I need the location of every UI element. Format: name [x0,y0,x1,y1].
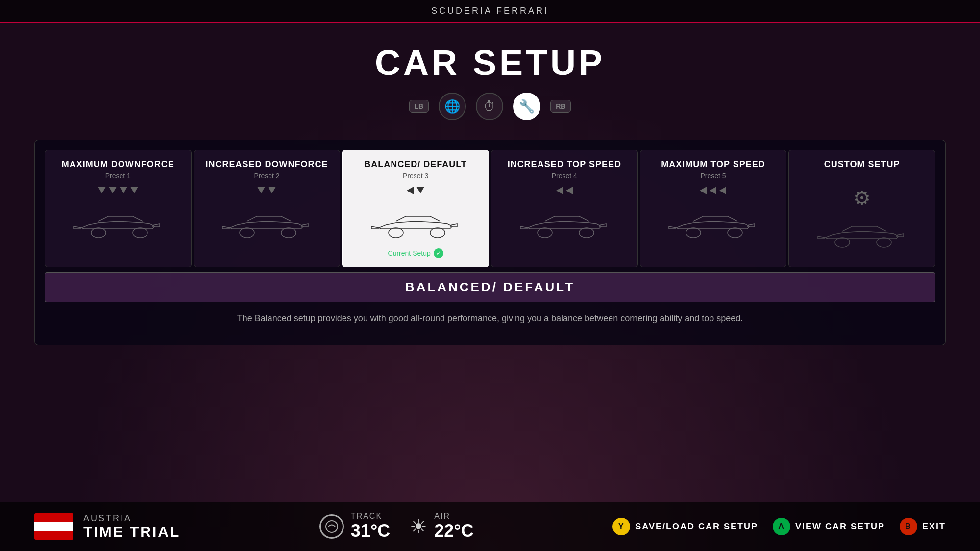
preset-4-name: INCREASED TOP SPEED [497,159,632,170]
nav-icons: LB 🌐 ⏱ 🔧 RB [0,93,980,120]
nav-wrench-icon[interactable]: 🔧 [513,93,540,120]
presets-grid: MAXIMUM DOWNFORCE Preset 1 [45,150,935,267]
exit-label: EXIT [922,522,946,532]
selected-preset-title: BALANCED/ DEFAULT [55,280,925,295]
track-temp-icon [319,514,344,539]
view-setup-label: VIEW CAR SETUP [795,522,885,532]
preset-3-wings [348,187,483,196]
preset-card-1[interactable]: MAXIMUM DOWNFORCE Preset 1 [45,150,192,267]
preset-2-name: INCREASED DOWNFORCE [200,159,334,170]
air-temp-text: AIR 22°C [434,512,473,541]
svg-point-1 [133,228,147,238]
wing-indicator [130,187,138,193]
wing-indicator [98,187,106,193]
top-bar: SCUDERIA FERRARI [0,0,980,23]
track-temp-text: TRACK 31°C [351,512,390,541]
wing-indicator [416,187,424,193]
wing-indicator [719,187,726,194]
preset-4-car [497,204,632,243]
preset-4-sub: Preset 4 [497,172,632,180]
preset-card-5[interactable]: MAXIMUM TOP SPEED Preset 5 [640,150,787,267]
wing-indicator [268,187,276,193]
bottom-bar: AUSTRIA TIME TRIAL TRACK 31°C ☀ AIR 22°C [0,502,980,551]
svg-point-7 [579,228,594,238]
flag-stripe-3 [34,531,74,540]
exit-button[interactable]: B EXIT [900,518,946,535]
nav-timer-icon[interactable]: ⏱ [476,93,503,120]
flag-stripe-1 [34,513,74,522]
preset-1-sub: Preset 1 [51,172,185,180]
svg-point-2 [240,228,254,238]
wing-indicator [109,187,117,193]
current-setup-badge: Current Setup ✓ [348,248,483,258]
preset-card-2[interactable]: INCREASED DOWNFORCE Preset 2 [194,150,341,267]
wing-indicator [710,187,716,194]
preset-custom-sub [795,172,929,180]
page-title-area: CAR SETUP [0,43,980,83]
nav-lb-button[interactable]: LB [409,100,429,113]
preset-card-custom[interactable]: CUSTOM SETUP ⚙ [788,150,935,267]
main-content-area: MAXIMUM DOWNFORCE Preset 1 [34,140,946,345]
session-type: TIME TRIAL [83,524,180,540]
svg-point-12 [326,521,338,532]
svg-point-4 [389,228,403,238]
preset-2-sub: Preset 2 [200,172,334,180]
check-icon: ✓ [434,248,443,258]
b-button: B [900,518,917,535]
location-info: AUSTRIA TIME TRIAL [34,513,180,540]
save-load-button[interactable]: Y SAVE/LOAD CAR SETUP [612,518,758,535]
air-value: 22°C [434,521,473,541]
preset-1-car [51,204,185,243]
selected-preset-bar: BALANCED/ DEFAULT [45,272,935,302]
preset-3-name: BALANCED/ DEFAULT [348,159,483,170]
preset-2-wings [200,187,334,196]
nav-globe-icon[interactable]: 🌐 [439,93,466,120]
preset-5-wings [646,187,781,196]
air-temp: ☀ AIR 22°C [410,512,473,541]
setup-description: The Balanced setup provides you with goo… [45,302,935,335]
preset-5-sub: Preset 5 [646,172,781,180]
preset-card-3[interactable]: BALANCED/ DEFAULT Preset 3 [342,150,489,267]
svg-point-6 [538,228,552,238]
wing-indicator [120,187,127,193]
gear-icon: ⚙ [795,187,929,209]
wing-indicator [700,187,707,194]
sun-icon: ☀ [410,515,427,538]
svg-point-0 [91,228,106,238]
svg-point-5 [430,228,445,238]
svg-point-3 [281,228,296,238]
location-text: AUSTRIA TIME TRIAL [83,513,180,540]
page-title: CAR SETUP [0,43,980,83]
preset-5-car [646,204,781,243]
wing-indicator [566,187,573,194]
preset-custom-car [795,214,929,253]
a-button: A [773,518,790,535]
preset-3-car [348,204,483,243]
preset-custom-name: CUSTOM SETUP [795,159,929,170]
save-load-label: SAVE/LOAD CAR SETUP [635,522,758,532]
nav-rb-button[interactable]: RB [550,100,571,113]
preset-1-name: MAXIMUM DOWNFORCE [51,159,185,170]
track-value: 31°C [351,521,390,541]
svg-point-9 [728,228,742,238]
preset-card-4[interactable]: INCREASED TOP SPEED Preset 4 [491,150,638,267]
flag-stripe-2 [34,522,74,531]
controller-bar: Y SAVE/LOAD CAR SETUP A VIEW CAR SETUP B… [612,518,946,535]
preset-5-name: MAXIMUM TOP SPEED [646,159,781,170]
country-name: AUSTRIA [83,513,180,524]
svg-point-8 [686,228,701,238]
svg-point-10 [835,238,850,247]
view-setup-button[interactable]: A VIEW CAR SETUP [773,518,885,535]
wing-indicator [257,187,265,193]
track-temp: TRACK 31°C [319,512,390,541]
preset-3-sub: Preset 3 [348,172,483,180]
wing-indicator [407,187,414,194]
wing-indicator [556,187,563,194]
preset-1-wings [51,187,185,196]
austria-flag [34,513,74,540]
y-button: Y [612,518,630,535]
preset-2-car [200,204,334,243]
svg-point-11 [877,238,891,247]
track-label: TRACK [351,512,390,521]
team-name: SCUDERIA FERRARI [431,6,549,16]
